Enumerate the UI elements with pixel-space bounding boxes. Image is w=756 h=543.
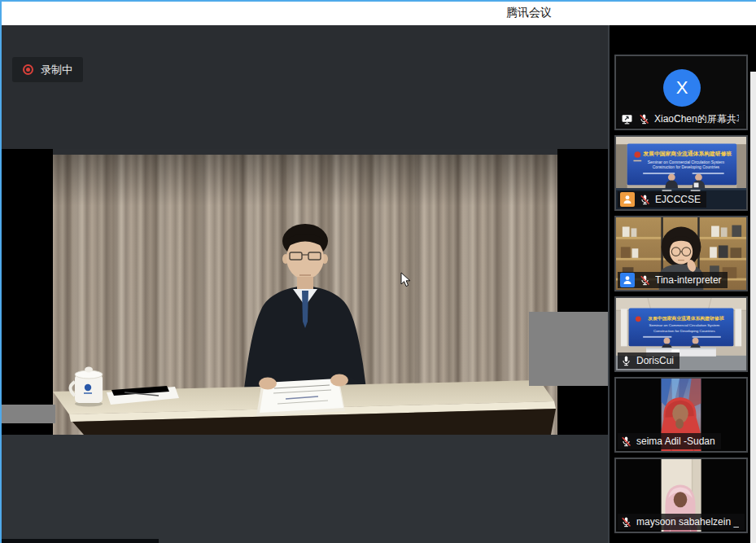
participant-tile-maysoon[interactable]: maysoon sabahelzein _... (614, 458, 748, 533)
person-badge-icon (620, 192, 635, 207)
avatar-letter: X (676, 77, 688, 99)
meeting-window: 腾讯会议 录制中 (0, 0, 756, 543)
participant-tile-ejcccse[interactable]: 发展中国家商业流通体系构建研修班 Seminar on Commercial C… (614, 135, 748, 211)
slide-title-cn: 发展中国家商业流通体系构建研修班 (647, 315, 724, 322)
mic-muted-icon (639, 274, 651, 287)
slide-title-cn: 发展中国家商业流通体系构建研修班 (642, 150, 732, 157)
window-titlebar: 腾讯会议 (0, 0, 756, 25)
participant-name: XiaoChen的屏幕共享 (654, 112, 739, 126)
recording-label: 录制中 (41, 63, 72, 77)
window-title: 腾讯会议 (506, 6, 552, 20)
participant-tile-doriscui[interactable]: 发展中国家商业流通体系构建研修班 Seminar on Commercial C… (614, 296, 748, 372)
bottom-notch (0, 539, 159, 543)
mic-muted-icon (620, 436, 632, 448)
participant-label-bar: EJCCCSE (618, 191, 706, 208)
gray-overlay-box (529, 312, 608, 386)
participant-label-bar: seima Adil -Sudan (618, 433, 721, 449)
recording-indicator[interactable]: 录制中 (12, 57, 83, 82)
gray-overlay-bar (2, 405, 55, 423)
slide-title-en2: Construction for Developing Countries (653, 165, 720, 169)
sidebar-scrollbar[interactable] (750, 72, 756, 543)
avatar: X (663, 69, 701, 107)
slide-title-en1: Seminar on Commercial Circulation System (648, 160, 724, 164)
participant-name: seima Adil -Sudan (636, 436, 715, 447)
participant-name: Tina-interpreter (655, 274, 722, 286)
mic-muted-icon (620, 516, 632, 528)
participant-tile-tina[interactable]: Tina-interpreter (614, 216, 748, 291)
slide-title-en1: Seminar on Commercial Circulation System (649, 323, 720, 327)
participant-name: maysoon sabahelzein _... (636, 516, 739, 528)
participant-label-bar: XiaoChen的屏幕共享 (618, 111, 745, 127)
person-badge-icon (620, 273, 635, 287)
screen-share-icon (620, 113, 634, 125)
participant-label-bar: Tina-interpreter (618, 272, 728, 288)
slide-title-en2: Construction for Developing Countries (653, 329, 715, 333)
participant-label-bar: maysoon sabahelzein _... (618, 514, 745, 530)
main-speaker-video[interactable] (53, 149, 557, 435)
stage-footer (0, 435, 608, 543)
mic-muted-icon (639, 194, 651, 206)
mouse-cursor (400, 272, 411, 287)
mic-on-icon (620, 355, 632, 367)
participant-name: DorisCui (636, 355, 674, 366)
mic-muted-icon (638, 113, 650, 125)
window-focus-border-top (0, 0, 756, 2)
stage-header (0, 25, 608, 149)
recording-dot-icon (23, 64, 33, 75)
window-focus-border-left (0, 0, 2, 543)
participant-label-bar: DorisCui (618, 353, 680, 369)
participant-tile-seima[interactable]: seima Adil -Sudan (614, 377, 748, 453)
participant-tile-xiaochen-share[interactable]: X XiaoChen的屏幕共享 (614, 55, 748, 130)
participant-name: EJCCCSE (655, 194, 701, 205)
